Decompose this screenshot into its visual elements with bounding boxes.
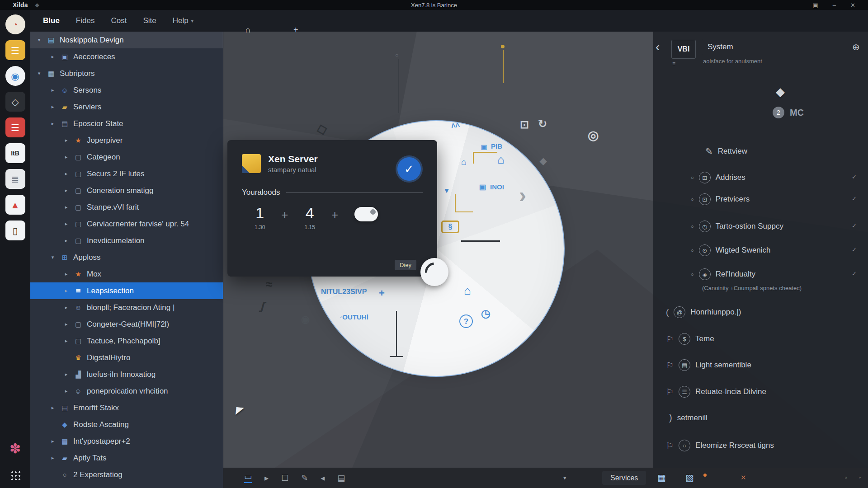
- play-tool-icon[interactable]: ▸: [264, 474, 269, 482]
- expand-arrow-icon[interactable]: ▾: [36, 70, 42, 76]
- tree-row[interactable]: ▾ ⊞ Apploss: [30, 249, 223, 266]
- expand-arrow-icon[interactable]: ▸: [63, 204, 70, 210]
- mini-square-icon[interactable]: ▫: [845, 474, 847, 481]
- tree-row[interactable]: ▸ ★ Joperpiver: [30, 132, 223, 149]
- menu-help[interactable]: Help ▾: [173, 16, 193, 25]
- tree-row[interactable]: ▾ ▤ Noskippola Devign: [30, 32, 223, 48]
- tree-row[interactable]: ▸ ★ Mox: [30, 266, 223, 282]
- tree-row[interactable]: ▸ ▢ Tactuce, Phachapolb]: [30, 333, 223, 349]
- dock-itb-app-icon[interactable]: ItB: [5, 143, 25, 163]
- menu-fides[interactable]: Fides: [76, 16, 95, 25]
- rp-retuate[interactable]: ⚐ ☰ Retuate-Incia Dilvine: [666, 386, 766, 398]
- rp-tarto[interactable]: ○ ◷ Tarto-ostion Suppcy: [691, 221, 783, 232]
- vbi-badge[interactable]: VBI: [671, 40, 696, 59]
- expand-arrow-icon[interactable]: ▸: [63, 371, 70, 377]
- expand-arrow-icon[interactable]: ▸: [49, 54, 56, 60]
- minimize-icon[interactable]: –: [833, 2, 836, 9]
- tree-row[interactable]: ▸ ▢ Inevdicumelation: [30, 232, 223, 249]
- back-tool-icon[interactable]: ◂: [321, 474, 325, 482]
- frame-tool-icon[interactable]: ☐: [281, 474, 288, 482]
- tree-row[interactable]: ▾ ▦ Subriptors: [30, 65, 223, 82]
- rp-rel[interactable]: ○ ◈ Rel'Indualty: [691, 268, 755, 280]
- value-stepper-1[interactable]: 1 1.30: [255, 204, 265, 230]
- plus-icon[interactable]: +: [281, 208, 288, 222]
- close-icon[interactable]: ✕: [850, 2, 855, 9]
- rp-honr[interactable]: ( @ Honrhiunppo.|): [666, 306, 741, 318]
- plus-icon[interactable]: +: [331, 208, 338, 222]
- rp-setmenill[interactable]: ) setmenill: [669, 413, 708, 423]
- radio-bullet-icon[interactable]: ○: [691, 224, 694, 229]
- plus-tool-icon[interactable]: +: [293, 25, 298, 35]
- rp-addrises[interactable]: ○ ⊡ Addrises: [691, 172, 745, 183]
- tree-row[interactable]: ▸ ▤ Emorfit Stakx: [30, 399, 223, 416]
- tree-row[interactable]: ▸ ▢ Stanpe.vVl farit: [30, 199, 223, 216]
- expand-arrow-icon[interactable]: ▾: [49, 254, 56, 260]
- expand-arrow-icon[interactable]: ▸: [63, 338, 70, 344]
- expand-arrow-icon[interactable]: ▸: [63, 221, 70, 227]
- expand-arrow-icon[interactable]: ▸: [49, 87, 56, 93]
- tree-row[interactable]: ▸ ▣ Aeccorieces: [30, 48, 223, 65]
- dock-flower-app-icon[interactable]: ✽: [5, 439, 25, 459]
- layers-icon[interactable]: ▦: [657, 472, 666, 483]
- panel-icon[interactable]: ▣: [813, 2, 818, 9]
- dock-red-list-app-icon[interactable]: ☰: [5, 117, 25, 137]
- dock-apps-grid-icon[interactable]: [5, 465, 25, 484]
- expand-arrow-icon[interactable]: ▸: [49, 438, 56, 444]
- rp-pretvicers[interactable]: ○ ⊡ Pretvicers: [691, 193, 750, 205]
- tree-row[interactable]: ▸ ▦ Int'ypostapepr+2: [30, 433, 223, 450]
- expand-arrow-icon[interactable]: ▸: [63, 271, 70, 277]
- dock-clock-app-icon[interactable]: ◔: [5, 14, 25, 34]
- tree-row[interactable]: ▸ ▰ Aptly Tats: [30, 450, 223, 466]
- radio-bullet-icon[interactable]: ○: [691, 272, 694, 277]
- grid-icon[interactable]: ▧: [685, 472, 694, 483]
- confirm-check-button[interactable]: ✓: [397, 157, 421, 181]
- dock-notes-app-icon[interactable]: ☰: [5, 40, 25, 60]
- dock-pen-app-icon[interactable]: ▲: [5, 195, 25, 215]
- dock-book-app-icon[interactable]: ▯: [5, 221, 25, 240]
- rp-light[interactable]: ⚐ ▤ Light sementible: [666, 359, 751, 371]
- expand-arrow-icon[interactable]: ▸: [49, 121, 56, 127]
- tree-row[interactable]: ▸ ▢ Categeon: [30, 149, 223, 165]
- tree-row[interactable]: ♛ DigstalHiytro: [30, 349, 223, 366]
- dock-globe-app-icon[interactable]: ◉: [5, 66, 25, 86]
- toggle-switch[interactable]: [354, 207, 378, 221]
- tree-row[interactable]: ▸ ▢ Coneration smatigg: [30, 182, 223, 199]
- tree-row[interactable]: ◆ Rodste Ascating: [30, 416, 223, 433]
- expand-arrow-icon[interactable]: ▸: [49, 104, 56, 110]
- tree-row[interactable]: ▸ ▤ Eposcior State: [30, 115, 223, 132]
- expand-arrow-icon[interactable]: ▸: [63, 171, 70, 177]
- expand-arrow-icon[interactable]: ▸: [49, 455, 56, 461]
- rp-eleomize[interactable]: ⚐ ○ Eleomize Rrsceat tigns: [666, 440, 774, 451]
- expand-arrow-icon[interactable]: ▸: [63, 137, 70, 143]
- expand-arrow-icon[interactable]: ▸: [63, 238, 70, 244]
- services-button[interactable]: Services: [602, 471, 646, 485]
- select-tool-icon[interactable]: ▭: [244, 473, 252, 483]
- radio-bullet-icon[interactable]: ○: [691, 175, 694, 180]
- close-small-icon[interactable]: ✕: [741, 474, 746, 482]
- tree-row[interactable]: ○ 2 Experstatiog: [30, 466, 223, 483]
- tree-row[interactable]: ▸ ▢ Securs 2 IF lutes: [30, 165, 223, 182]
- dock-cube-app-icon[interactable]: ◇: [5, 92, 25, 112]
- globe-icon[interactable]: ⊕: [852, 42, 860, 52]
- tree-row[interactable]: ▸ ≣ Leapsisection: [30, 282, 223, 299]
- rp-wigted[interactable]: ○ ⊙ Wigted Swenich: [691, 244, 771, 256]
- rp-teme[interactable]: ⚐ $ Teme: [666, 333, 714, 345]
- tree-row[interactable]: ▸ ▢ Cerviacrnenter farvise' upr. 54: [30, 216, 223, 232]
- rp-note[interactable]: (Canoinity +Coumpall spnets cheatec): [702, 285, 802, 291]
- expand-arrow-icon[interactable]: ▾: [36, 37, 42, 43]
- dock-gray-list-app-icon[interactable]: ≣: [5, 169, 25, 189]
- tree-row[interactable]: ▸ ▟ luefus-iIn Innoxatiog: [30, 366, 223, 383]
- tree-row[interactable]: ▸ ☺ blonpll; Faceracion Ating |: [30, 299, 223, 316]
- expand-arrow-icon[interactable]: ▸: [63, 388, 70, 394]
- menu-site[interactable]: Site: [143, 16, 156, 25]
- radio-bullet-icon[interactable]: ○: [691, 197, 694, 202]
- system-field[interactable]: System: [702, 39, 843, 55]
- tree-row[interactable]: ▸ ☺ poneproication vrhcition: [30, 383, 223, 399]
- menu-cost[interactable]: Cost: [111, 16, 127, 25]
- arch-tool-icon[interactable]: ∩: [245, 25, 251, 35]
- rp-rettview[interactable]: ✎ Rettview: [705, 146, 747, 157]
- radio-bullet-icon[interactable]: ○: [691, 248, 694, 253]
- apply-button[interactable]: Diey: [395, 260, 416, 270]
- tree-row[interactable]: ▸ ▰ Serviers: [30, 99, 223, 115]
- value-stepper-2[interactable]: 4 1.15: [305, 204, 315, 230]
